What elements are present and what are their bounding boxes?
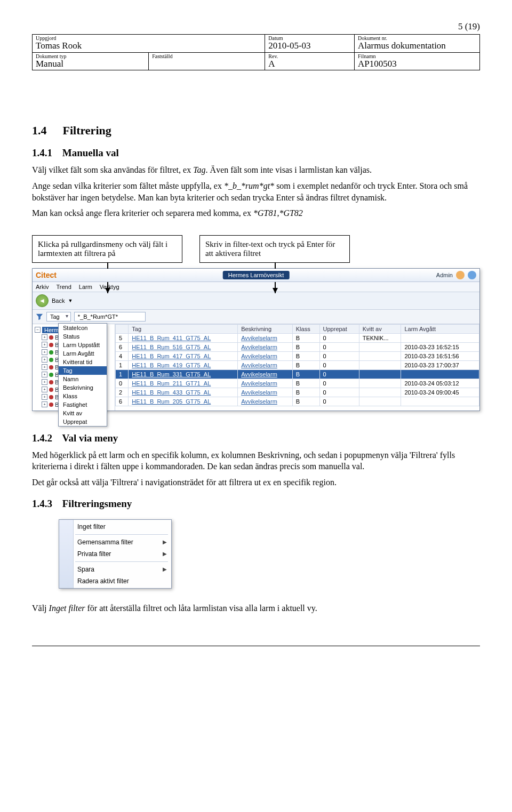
table-cell: HE11_B_Rum_419_GT75_AL: [129, 360, 238, 369]
user-label: Admin: [436, 272, 453, 278]
tree-expand-icon[interactable]: +: [42, 401, 47, 407]
heading-1-4-title: Filtrering: [63, 124, 111, 137]
table-cell: HE11_B_Rum_417_GT75_AL: [129, 351, 238, 360]
table-cell: Avvikelselarm: [238, 369, 293, 379]
p1-em: Tag: [193, 165, 205, 174]
tree-expand-icon[interactable]: +: [42, 372, 47, 377]
tree-expand-icon[interactable]: +: [42, 394, 47, 400]
callout-right: Skriv in filter-text och tryck på Enter …: [199, 235, 350, 263]
table-row[interactable]: 4HE11_B_Rum_417_GT75_ALAvvikelselarmB020…: [116, 351, 479, 360]
popup-item[interactable]: Upprepat: [59, 417, 107, 426]
table-cell: HE11_B_Rum_211_GT71_AL: [129, 379, 238, 388]
context-menu-item[interactable]: Privata filter▶: [59, 548, 171, 560]
table-cell: [401, 397, 479, 406]
heading-1-4-3: 1.4.3 Filtreringsmeny: [32, 498, 480, 510]
context-menu-item[interactable]: Spara▶: [59, 564, 171, 575]
menu-trend[interactable]: Trend: [56, 284, 71, 290]
table-header[interactable]: Tag: [129, 324, 238, 333]
back-label: Back: [52, 298, 65, 304]
table-header[interactable]: Beskrivning: [238, 324, 293, 333]
table-cell: 2010-03-24 05:03:12: [401, 379, 479, 388]
table-cell: 1: [116, 360, 129, 369]
table-header[interactable]: [116, 324, 129, 333]
popup-item[interactable]: Larm Uppstått: [59, 341, 107, 349]
tree-expand-icon[interactable]: +: [42, 349, 47, 355]
callout-left-text: Klicka på rullgardinsmeny och välj fält …: [38, 240, 167, 258]
tree-collapse-icon[interactable]: −: [35, 327, 41, 333]
table-row[interactable]: 1HE11_B_Rum_331_GT75_ALAvvikelselarmB0: [116, 369, 479, 379]
table-cell: [359, 388, 401, 397]
menu-larm[interactable]: Larm: [79, 284, 92, 290]
table-cell: TEKNIK...: [359, 333, 401, 342]
callout-right-text: Skriv in filter-text och tryck på Enter …: [205, 240, 335, 258]
p1-text-a: Välj vilket fält som ska användas för fi…: [32, 165, 193, 174]
back-dropdown-icon[interactable]: ▼: [68, 298, 73, 303]
popup-item[interactable]: Tag: [59, 366, 107, 375]
heading-1-4-2: 1.4.2 Val via meny: [32, 432, 480, 444]
popup-item[interactable]: Beskrivning: [59, 383, 107, 392]
paragraph-1: Välj vilket fält som ska användas för fi…: [32, 164, 480, 176]
user-avatar-icon: [456, 271, 465, 279]
menu-arkiv[interactable]: Arkiv: [36, 284, 49, 290]
context-menu-item[interactable]: Radera aktivt filter: [59, 575, 171, 587]
tree-expand-icon[interactable]: +: [42, 379, 47, 385]
paragraph-5: Det går också att välja 'Filtrera' i nav…: [32, 477, 480, 488]
table-cell: [359, 379, 401, 388]
submenu-arrow-icon: ▶: [163, 539, 167, 545]
p6-text-b: för att återställa filtret och låta larm…: [85, 604, 317, 613]
table-cell: 6: [116, 397, 129, 406]
table-header[interactable]: Klass: [292, 324, 319, 333]
context-menu-item[interactable]: Inget filter: [59, 521, 171, 533]
submenu-arrow-icon: ▶: [163, 566, 167, 572]
filter-value-input[interactable]: *_B_*Rum*GT*: [74, 312, 146, 321]
context-menu-separator: [75, 534, 168, 535]
tree-expand-icon[interactable]: +: [42, 387, 47, 392]
p3-em: *GT81,*GT82: [253, 208, 303, 218]
popup-item[interactable]: Kvitterat tid: [59, 358, 107, 366]
hdr-rev-value: A: [268, 59, 351, 69]
tree-expand-icon[interactable]: +: [42, 342, 47, 348]
status-dot-icon: [49, 343, 53, 347]
popup-item[interactable]: Larm Avgått: [59, 349, 107, 358]
table-header[interactable]: Larm Avgått: [401, 324, 479, 333]
table-row[interactable]: 5HE11_B_Rum_411_GT75_ALAvvikelselarmB0TE…: [116, 333, 479, 342]
filter-icon[interactable]: [36, 313, 43, 320]
popup-item[interactable]: Namn: [59, 375, 107, 383]
filter-context-menu: Inget filterGemensamma filter▶Privata fi…: [59, 519, 172, 589]
table-row[interactable]: 2HE11_B_Rum_433_GT75_ALAvvikelselarmB020…: [116, 388, 479, 397]
table-cell: [401, 369, 479, 379]
table-cell: 0: [319, 388, 359, 397]
table-cell: [359, 342, 401, 351]
filter-field-select[interactable]: Tag: [46, 312, 71, 321]
table-cell: 0: [319, 333, 359, 342]
table-row[interactable]: 6HE11_B_Rum_516_GT75_ALAvvikelselarmB020…: [116, 342, 479, 351]
back-button[interactable]: ◄: [36, 294, 49, 307]
table-row[interactable]: 1HE11_B_Rum_419_GT75_ALAvvikelselarmB020…: [116, 360, 479, 369]
status-dot-icon: [49, 350, 53, 355]
table-cell: 2010-03-23 16:52:15: [401, 342, 479, 351]
table-row[interactable]: 0HE11_B_Rum_211_GT71_ALAvvikelselarmB020…: [116, 379, 479, 388]
context-menu-separator: [75, 561, 168, 562]
tree-expand-icon[interactable]: +: [42, 334, 47, 340]
status-dot-icon: [49, 395, 53, 399]
table-cell: 4: [116, 351, 129, 360]
table-cell: [359, 397, 401, 406]
tree-expand-icon[interactable]: +: [42, 357, 47, 363]
popup-item[interactable]: StateIcon: [59, 324, 107, 332]
table-header[interactable]: Upprepat: [319, 324, 359, 333]
popup-item[interactable]: Klass: [59, 392, 107, 400]
hdr-docnr-value: Alarmus dokumentation: [358, 41, 476, 51]
alarm-table: TagBeskrivningKlassUpprepatKvitt avLarm …: [115, 324, 479, 411]
popup-item[interactable]: Fastighet: [59, 400, 107, 409]
table-row[interactable]: 6HE11_B_Rum_205_GT75_ALAvvikelselarmB0: [116, 397, 479, 406]
popup-item[interactable]: Status: [59, 332, 107, 341]
p2-em: *_b_*rum*gt*: [224, 181, 274, 190]
table-cell: HE11_B_Rum_205_GT75_AL: [129, 397, 238, 406]
popup-item[interactable]: Kvitt av: [59, 409, 107, 417]
context-menu-item[interactable]: Gemensamma filter▶: [59, 536, 171, 548]
table-cell: Avvikelselarm: [238, 351, 293, 360]
tree-expand-icon[interactable]: +: [42, 364, 47, 370]
paragraph-3: Man kan också ange flera kriterier och s…: [32, 207, 480, 219]
table-header[interactable]: Kvitt av: [359, 324, 401, 333]
table-cell: 0: [319, 397, 359, 406]
